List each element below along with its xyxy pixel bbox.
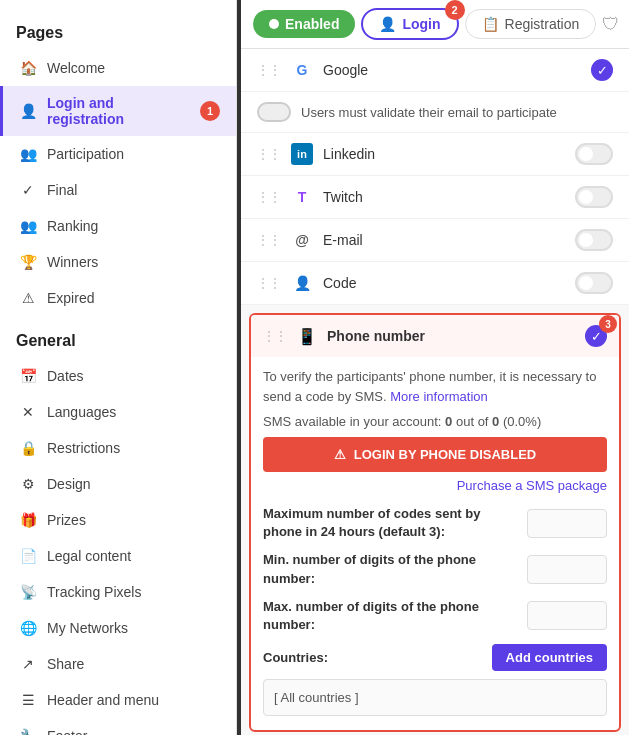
sms-total: 0 xyxy=(492,414,499,429)
max-digits-input[interactable] xyxy=(527,601,607,630)
sidebar-item-welcome[interactable]: 🏠 Welcome xyxy=(0,50,236,86)
phone-toggle[interactable]: ✓ 3 xyxy=(585,325,607,347)
sidebar-item-label: Dates xyxy=(47,368,84,384)
twitch-icon: T xyxy=(291,186,313,208)
sidebar-item-participation[interactable]: 👥 Participation xyxy=(0,136,236,172)
tab-registration[interactable]: 📋 Registration xyxy=(465,9,597,39)
sidebar-item-tracking[interactable]: 📡 Tracking Pixels xyxy=(0,574,236,610)
add-countries-button[interactable]: Add countries xyxy=(492,644,607,671)
design-icon: ⚙ xyxy=(19,475,37,493)
sidebar-item-label: Prizes xyxy=(47,512,86,528)
sidebar-item-label: Footer xyxy=(47,728,87,735)
purchase-link[interactable]: Purchase a SMS package xyxy=(263,478,607,493)
login-tab-badge: 2 xyxy=(445,0,465,20)
restrictions-icon: 🔒 xyxy=(19,439,37,457)
min-digits-input[interactable] xyxy=(527,555,607,584)
phone-icon: 📱 xyxy=(297,327,317,346)
phone-header: ⋮⋮ 📱 Phone number ✓ 3 xyxy=(251,315,619,357)
drag-handle-email[interactable]: ⋮⋮ xyxy=(257,233,281,247)
sidebar-item-header[interactable]: ☰ Header and menu xyxy=(0,682,236,718)
tab-login[interactable]: 👤 Login 2 xyxy=(361,8,458,40)
drag-handle-linkedin[interactable]: ⋮⋮ xyxy=(257,147,281,161)
disabled-banner-label: LOGIN BY PHONE DISABLED xyxy=(354,447,537,462)
sidebar-item-winners[interactable]: 🏆 Winners xyxy=(0,244,236,280)
networks-icon: 🌐 xyxy=(19,619,37,637)
linkedin-icon: in xyxy=(291,143,313,165)
sidebar-item-label: Design xyxy=(47,476,91,492)
phone-badge: 3 xyxy=(599,315,617,333)
sms-count: 0 xyxy=(445,414,452,429)
sidebar-item-footer[interactable]: 🔧 Footer xyxy=(0,718,236,735)
drag-handle-google[interactable]: ⋮⋮ xyxy=(257,63,281,77)
countries-box: [ All countries ] xyxy=(263,679,607,716)
pages-section-title: Pages xyxy=(0,8,236,50)
sidebar-item-design[interactable]: ⚙ Design xyxy=(0,466,236,502)
sms-availability: SMS available in your account: 0 out of … xyxy=(263,414,607,429)
sidebar-item-languages[interactable]: ✕ Languages xyxy=(0,394,236,430)
user-icon: 👤 xyxy=(19,102,37,120)
legal-icon: 📄 xyxy=(19,547,37,565)
final-icon: ✓ xyxy=(19,181,37,199)
max-codes-input[interactable] xyxy=(527,509,607,538)
sidebar: Pages 🏠 Welcome 👤 Login and registration… xyxy=(0,0,237,735)
option-row-google: ⋮⋮ G Google ✓ xyxy=(241,49,629,92)
tabs-bar: Enabled 👤 Login 2 📋 Registration 🛡 xyxy=(241,0,629,49)
sidebar-item-label: Tracking Pixels xyxy=(47,584,141,600)
languages-icon: ✕ xyxy=(19,403,37,421)
sidebar-item-prizes[interactable]: 🎁 Prizes xyxy=(0,502,236,538)
sidebar-item-label: Ranking xyxy=(47,218,98,234)
validate-email-toggle[interactable] xyxy=(257,102,291,122)
sidebar-item-restrictions[interactable]: 🔒 Restrictions xyxy=(0,430,236,466)
code-toggle[interactable] xyxy=(575,272,613,294)
sidebar-item-label: Winners xyxy=(47,254,98,270)
drag-handle-phone[interactable]: ⋮⋮ xyxy=(263,329,287,343)
sidebar-item-final[interactable]: ✓ Final xyxy=(0,172,236,208)
drag-handle-twitch[interactable]: ⋮⋮ xyxy=(257,190,281,204)
user-tab-icon: 👤 xyxy=(379,16,396,32)
tab-registration-label: Registration xyxy=(505,16,580,32)
sidebar-item-expired[interactable]: ⚠ Expired xyxy=(0,280,236,316)
sidebar-item-dates[interactable]: 📅 Dates xyxy=(0,358,236,394)
tracking-icon: 📡 xyxy=(19,583,37,601)
sidebar-item-networks[interactable]: 🌐 My Networks xyxy=(0,610,236,646)
expired-icon: ⚠ xyxy=(19,289,37,307)
sidebar-item-label: Welcome xyxy=(47,60,105,76)
sidebar-item-label: Participation xyxy=(47,146,124,162)
tab-shield[interactable]: 🛡 xyxy=(602,14,620,35)
code-label: Code xyxy=(323,275,565,291)
sms-percent: 0.0% xyxy=(507,414,537,429)
phone-description: To verify the participants' phone number… xyxy=(263,367,607,406)
warning-icon: ⚠ xyxy=(334,447,346,462)
min-digits-field: Min. number of digits of the phone numbe… xyxy=(263,551,607,587)
sidebar-item-label: Languages xyxy=(47,404,116,420)
participation-icon: 👥 xyxy=(19,145,37,163)
min-digits-label: Min. number of digits of the phone numbe… xyxy=(263,551,517,587)
sidebar-item-share[interactable]: ↗ Share xyxy=(0,646,236,682)
shield-icon: 🛡 xyxy=(602,14,620,34)
drag-handle-code[interactable]: ⋮⋮ xyxy=(257,276,281,290)
tab-enabled-label: Enabled xyxy=(285,16,339,32)
sidebar-item-label: Final xyxy=(47,182,77,198)
sidebar-item-login[interactable]: 👤 Login and registration 1 xyxy=(0,86,236,136)
email-label: E-mail xyxy=(323,232,565,248)
max-digits-field: Max. number of digits of the phone numbe… xyxy=(263,598,607,634)
email-toggle[interactable] xyxy=(575,229,613,251)
sidebar-item-label: Login and registration xyxy=(47,95,190,127)
enabled-dot xyxy=(269,19,279,29)
option-row-linkedin: ⋮⋮ in Linkedin xyxy=(241,133,629,176)
email-icon: @ xyxy=(291,229,313,251)
more-info-link[interactable]: More information xyxy=(390,389,488,404)
google-toggle[interactable]: ✓ xyxy=(591,59,613,81)
sidebar-item-ranking[interactable]: 👥 Ranking xyxy=(0,208,236,244)
twitch-label: Twitch xyxy=(323,189,565,205)
main-content: Enabled 👤 Login 2 📋 Registration 🛡 ⋮⋮ G … xyxy=(241,0,629,735)
max-codes-field: Maximum number of codes sent by phone in… xyxy=(263,505,607,541)
twitch-toggle[interactable] xyxy=(575,186,613,208)
tab-enabled[interactable]: Enabled xyxy=(253,10,355,38)
general-section-title: General xyxy=(0,316,236,358)
tab-login-label: Login xyxy=(402,16,440,32)
sidebar-item-label: Share xyxy=(47,656,84,672)
google-label: Google xyxy=(323,62,581,78)
linkedin-toggle[interactable] xyxy=(575,143,613,165)
sidebar-item-legal[interactable]: 📄 Legal content xyxy=(0,538,236,574)
